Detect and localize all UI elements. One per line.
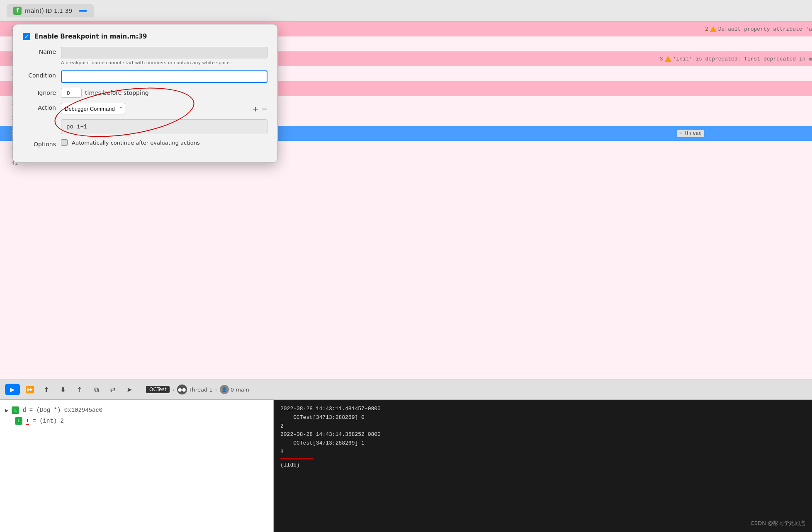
var-value-d: = (Dog *) 0x102945ac0: [29, 407, 102, 414]
expand-icon-d[interactable]: ▶: [5, 407, 8, 414]
auto-continue-checkbox[interactable]: [61, 139, 68, 146]
console-number-2: 2: [280, 422, 805, 431]
action-plus-minus: + −: [253, 104, 267, 113]
name-field-area: A breakpoint name cannot start with numb…: [61, 47, 267, 65]
watermark: CSDN @彭同学她同点: [751, 520, 805, 527]
ignore-input[interactable]: [61, 88, 82, 98]
condition-field-area: [61, 70, 267, 83]
frame-button[interactable]: ⧉: [90, 383, 103, 396]
command-display: po i+1: [61, 119, 267, 134]
project-badge: OCTest: [146, 386, 170, 393]
breakpoint-dialog: Enable Breakpoint in main.m:39 Name A br…: [12, 24, 278, 163]
var-value-i: = (int) 2: [32, 418, 64, 424]
command-field-area: po i+1: [61, 119, 267, 134]
warning-badge-22: 2 Default property attribute 'a: [705, 26, 812, 32]
tab-title: main() ID 1.1 39: [25, 7, 72, 14]
thread-badge: ≡ Thread: [677, 130, 704, 137]
ignore-suffix: times before stopping: [85, 89, 149, 96]
remove-action-button[interactable]: −: [261, 104, 267, 113]
tab-bar: f main() ID 1.1 39: [0, 0, 812, 22]
bottom-panels: ▶ L d = (Dog *) 0x102945ac0 L i = (int) …: [0, 399, 812, 532]
ignore-row: Ignore times before stopping: [23, 88, 267, 98]
console-number-3: 3: [280, 448, 805, 457]
step-in-button[interactable]: ⬆: [40, 383, 53, 396]
condition-label: Condition: [23, 70, 56, 79]
ide-window: f main() ID 1.1 39 22 @property (nonatom…: [0, 0, 812, 532]
action-select-wrapper: Debugger Command Log Message Shell Comma…: [61, 103, 125, 114]
action-label: Action: [23, 103, 56, 111]
action-content: Debugger Command Log Message Shell Comma…: [61, 103, 267, 114]
step-out-button[interactable]: ⬇: [56, 383, 70, 396]
continue-button[interactable]: ▶: [5, 384, 20, 395]
console-prompt: (lldb): [280, 462, 805, 468]
warning-badge-34: 3 'init' is deprecated: first deprecated…: [660, 56, 812, 62]
editor-tab[interactable]: f main() ID 1.1 39: [7, 4, 94, 17]
name-hint: A breakpoint name cannot start with numb…: [61, 60, 267, 65]
step-up-button[interactable]: ↑: [73, 383, 86, 396]
variable-row-d: ▶ L d = (Dog *) 0x102945ac0: [5, 405, 268, 416]
condition-row: Condition: [23, 70, 267, 83]
condition-input[interactable]: [61, 70, 267, 83]
console-entry-1-text: OCTest[34713:288269] 0: [280, 414, 805, 422]
dialog-title-row: Enable Breakpoint in main.m:39: [23, 33, 267, 40]
variable-row-i: L i = (int) 2: [15, 416, 268, 426]
breadcrumb: OCTest › ●● Thread 1 › 👤 0 main: [146, 384, 249, 394]
frame-indicator: 👤 0 main: [220, 385, 249, 394]
var-icon-i: L: [15, 417, 22, 425]
options-content: Automatically continue after evaluating …: [61, 139, 200, 146]
console-divider: [280, 458, 314, 459]
action-select[interactable]: Debugger Command Log Message Shell Comma…: [61, 103, 125, 114]
send-button[interactable]: ➤: [123, 383, 136, 396]
tab-badge: [79, 10, 87, 12]
command-value: po i+1: [66, 123, 87, 130]
name-label: Name: [23, 47, 56, 55]
ignore-content: times before stopping: [61, 88, 149, 98]
toggle-button[interactable]: ⇄: [106, 383, 119, 396]
options-label: Options: [23, 139, 56, 148]
add-action-button[interactable]: +: [253, 104, 259, 113]
var-name-d: d: [22, 407, 26, 414]
console-entry-1: 2022-08-28 14:43:11.481457+0800: [280, 405, 805, 414]
auto-continue-label: Automatically continue after evaluating …: [72, 140, 200, 146]
ignore-label: Ignore: [23, 88, 56, 96]
thread-indicator: ●● Thread 1: [177, 384, 213, 394]
dialog-title: Enable Breakpoint in main.m:39: [34, 33, 147, 40]
step-over-button[interactable]: ⏩: [23, 383, 36, 396]
action-row: Action Debugger Command Log Message Shel…: [23, 103, 267, 114]
debug-toolbar: ▶ ⏩ ⬆ ⬇ ↑ ⧉ ⇄ ➤ OCTest › ●● Thread 1 › 👤…: [0, 380, 812, 399]
console-entry-2-text: OCTest[34713:288269] 1: [280, 439, 805, 448]
name-row: Name A breakpoint name cannot start with…: [23, 47, 267, 65]
enable-checkbox[interactable]: [23, 33, 30, 40]
console-panel: 2022-08-28 14:43:11.481457+0800 OCTest[3…: [274, 400, 812, 532]
var-name-i: i: [26, 417, 29, 425]
options-row: Options Automatically continue after eva…: [23, 139, 267, 148]
name-input[interactable]: [61, 47, 267, 58]
file-icon: f: [13, 7, 22, 15]
console-entry-2: 2022-08-28 14:43:14.358252+0800: [280, 430, 805, 439]
var-icon-d: L: [12, 406, 19, 414]
variables-panel: ▶ L d = (Dog *) 0x102945ac0 L i = (int) …: [0, 400, 274, 532]
command-row: po i+1: [23, 119, 267, 134]
